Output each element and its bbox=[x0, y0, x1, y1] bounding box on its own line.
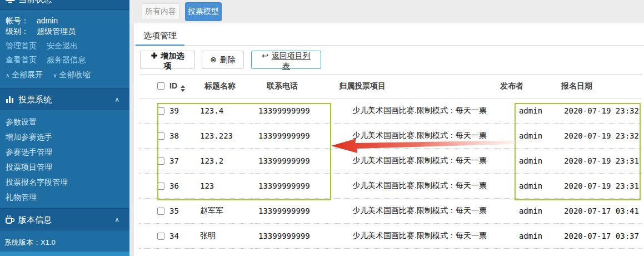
sort-id-control[interactable] bbox=[181, 85, 185, 92]
menu-item-vote-project-management[interactable]: 投票项目管理 bbox=[0, 160, 129, 175]
content-card: 选项管理 ✚增加选项 ⊗删除 ↩返回项目列表 ID 标题名称 联系电话 归属投票… bbox=[134, 23, 644, 256]
table-row: 3612313399999999少儿美术国画比赛.限制模式：每天一票admin2… bbox=[139, 174, 642, 199]
account-level-row: 级别：超级管理员 bbox=[6, 26, 124, 37]
cell-title: 123 bbox=[189, 174, 253, 199]
sort-down-icon bbox=[181, 89, 185, 92]
cell-project: 少儿美术国画比赛.限制模式：每天一票 bbox=[339, 224, 500, 249]
cell-title: 张明 bbox=[189, 224, 253, 249]
tab-bar: 选项管理 bbox=[134, 23, 644, 46]
back-to-project-list-button[interactable]: ↩返回项目列表 bbox=[251, 51, 321, 69]
sidebar-link-row-1: 管理首页 安全退出 bbox=[6, 41, 124, 51]
row-checkbox[interactable] bbox=[157, 208, 164, 215]
tab-option-management[interactable]: 选项管理 bbox=[136, 28, 184, 46]
table-row: 39123.413399999999少儿美术国画比赛.限制模式：每天一票admi… bbox=[139, 99, 642, 124]
table-row: 37123.213399999999少儿美术国画比赛.限制模式：每天一票admi… bbox=[139, 149, 642, 174]
cell-phone: 13399999999 bbox=[253, 124, 339, 149]
all-content-button[interactable]: 所有内容 bbox=[142, 3, 179, 20]
collapse-all-button[interactable]: ∨全部收缩 bbox=[53, 70, 90, 79]
account-level-label: 级别： bbox=[6, 26, 29, 37]
delete-button[interactable]: ⊗删除 bbox=[202, 51, 244, 69]
account-user-label: 帐号： bbox=[6, 16, 29, 26]
menu-item-contestant-management[interactable]: 参赛选手管理 bbox=[0, 145, 129, 160]
link-safe-logout[interactable]: 安全退出 bbox=[47, 41, 78, 51]
menu-item-signup-field-management[interactable]: 投票报名字段管理 bbox=[0, 175, 129, 190]
cell-publisher: admin bbox=[500, 99, 561, 124]
table-body: 39123.413399999999少儿美术国画比赛.限制模式：每天一票admi… bbox=[139, 99, 642, 249]
table-row: 35赵军军13399999999少儿美术国画比赛.限制模式：每天一票admin2… bbox=[139, 199, 642, 224]
top-filter-bar: 所有内容 投票模型 bbox=[129, 0, 644, 23]
options-table: ID 标题名称 联系电话 归属投票项目 发布者 报名日期 39123.41339… bbox=[139, 74, 642, 249]
row-checkbox[interactable] bbox=[157, 107, 164, 115]
cell-phone: 13399999999 bbox=[253, 174, 339, 199]
cell-id: 38 bbox=[169, 131, 179, 140]
sort-up-icon bbox=[181, 85, 185, 88]
cell-publisher: admin bbox=[500, 174, 561, 199]
chevron-up-icon[interactable]: ∧ bbox=[114, 88, 119, 111]
coffee-cup-icon bbox=[5, 214, 15, 224]
row-checkbox[interactable] bbox=[157, 132, 164, 140]
header-id: ID bbox=[139, 75, 189, 99]
chevron-down-icon: ∨ bbox=[53, 72, 57, 78]
cell-publisher: admin bbox=[500, 224, 561, 249]
link-view-home[interactable]: 查看首页 bbox=[6, 55, 44, 65]
add-option-button[interactable]: ✚增加选项 bbox=[140, 51, 195, 69]
monitor-icon bbox=[5, 0, 15, 4]
cell-date: 2020-07-19 23:32 bbox=[561, 124, 642, 149]
cell-date: 2020-07-19 23:31 bbox=[561, 149, 642, 174]
cell-phone: 13399999999 bbox=[253, 99, 339, 124]
table-row: 38123.22313399999999少儿美术国画比赛.限制模式：每天一票ad… bbox=[139, 124, 642, 149]
table-row: 34张明13399999999少儿美术国画比赛.限制模式：每天一票admin20… bbox=[139, 224, 642, 249]
cell-id: 39 bbox=[169, 106, 179, 115]
vote-system-label: 投票系统 bbox=[18, 95, 52, 104]
cell-id: 37 bbox=[169, 156, 179, 165]
cell-date: 2020-07-19 23:31 bbox=[561, 174, 642, 199]
vote-model-button[interactable]: 投票模型 bbox=[185, 2, 222, 21]
account-user-value: admin bbox=[37, 16, 58, 25]
vote-system-menu: 参数设置 增加参赛选手 参赛选手管理 投票项目管理 投票报名字段管理 礼物管理 bbox=[0, 110, 129, 208]
cell-title: 123.223 bbox=[189, 124, 253, 149]
sidebar-section-status[interactable]: 当前状态 bbox=[0, 0, 129, 10]
link-admin-home[interactable]: 管理首页 bbox=[6, 41, 44, 51]
header-title: 标题名称 bbox=[189, 75, 253, 99]
cell-id: 34 bbox=[169, 232, 179, 240]
menu-item-add-contestant[interactable]: 增加参赛选手 bbox=[0, 130, 129, 145]
sidebar-bottom-strip bbox=[0, 252, 129, 256]
menu-item-gift-management[interactable]: 礼物管理 bbox=[0, 190, 129, 205]
return-arrow-icon: ↩ bbox=[262, 51, 268, 60]
cell-project: 少儿美术国画比赛.限制模式：每天一票 bbox=[339, 149, 500, 174]
select-all-checkbox[interactable] bbox=[157, 82, 164, 90]
row-checkbox[interactable] bbox=[157, 183, 164, 190]
chevron-up-icon: ∧ bbox=[6, 72, 9, 78]
cell-project: 少儿美术国画比赛.限制模式：每天一票 bbox=[339, 174, 500, 199]
menu-item-parameter-settings[interactable]: 参数设置 bbox=[0, 115, 129, 130]
cell-phone: 13399999999 bbox=[253, 199, 339, 224]
expand-collapse-row: ∧全部展开 ∨全部收缩 bbox=[6, 70, 124, 80]
row-checkbox[interactable] bbox=[157, 157, 164, 165]
plus-icon: ✚ bbox=[151, 51, 158, 60]
system-version-value: X1.0 bbox=[41, 238, 56, 247]
account-panel: 帐号：admin 级别：超级管理员 管理首页 安全退出 查看首页 服务器信息 ∧… bbox=[0, 10, 129, 88]
header-date: 报名日期 bbox=[561, 75, 642, 99]
table-header-row: ID 标题名称 联系电话 归属投票项目 发布者 报名日期 bbox=[139, 75, 642, 99]
sidebar-section-vote-system[interactable]: 投票系统 ∧ bbox=[0, 88, 129, 110]
expand-all-button[interactable]: ∧全部展开 bbox=[6, 70, 43, 79]
version-info-label: 版本信息 bbox=[18, 215, 52, 224]
cell-date: 2020-07-19 23:32 bbox=[561, 99, 642, 124]
cell-project: 少儿美术国画比赛.限制模式：每天一票 bbox=[339, 99, 500, 124]
link-server-info[interactable]: 服务器信息 bbox=[47, 55, 86, 65]
admin-page: 当前状态 帐号：admin 级别：超级管理员 管理首页 安全退出 查看首页 服务… bbox=[0, 0, 644, 256]
cell-title: 赵军军 bbox=[189, 199, 253, 224]
account-level-value: 超级管理员 bbox=[37, 27, 76, 36]
cell-publisher: admin bbox=[500, 124, 561, 149]
header-publisher: 发布者 bbox=[500, 75, 561, 99]
main-area: 所有内容 投票模型 选项管理 ✚增加选项 ⊗删除 ↩返回项目列表 ID bbox=[129, 0, 644, 256]
account-user-row: 帐号：admin bbox=[6, 16, 124, 26]
chevron-up-icon[interactable]: ∧ bbox=[114, 209, 119, 231]
cell-phone: 13399999999 bbox=[253, 224, 339, 249]
cell-date: 2020-07-17 03:37 bbox=[561, 224, 642, 249]
system-version-row: 系统版本：X1.0 bbox=[4, 236, 125, 249]
bar-chart-icon bbox=[5, 94, 15, 104]
cell-id: 35 bbox=[169, 206, 179, 215]
sidebar-section-version-info[interactable]: 版本信息 ∧ bbox=[0, 208, 129, 230]
row-checkbox[interactable] bbox=[157, 233, 164, 240]
